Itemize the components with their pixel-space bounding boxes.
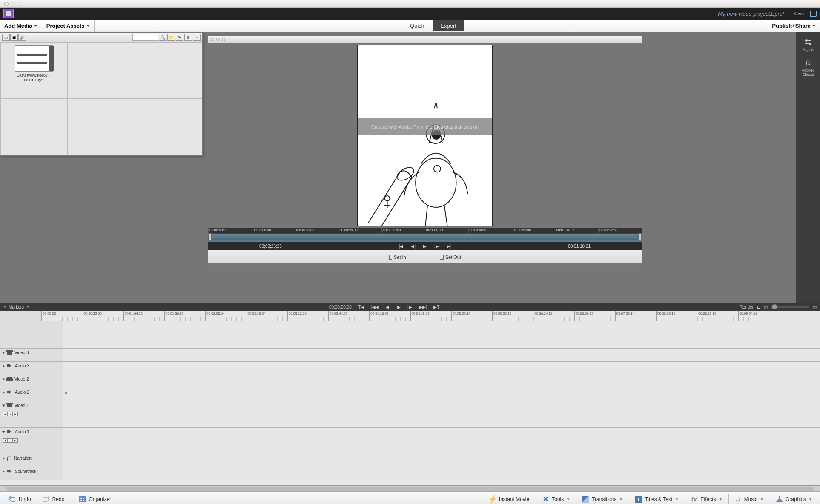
publish-share-dropdown[interactable]: Publish+Share xyxy=(772,23,816,29)
collapse-icon[interactable] xyxy=(2,431,6,433)
step-back-button[interactable]: ◀| xyxy=(386,305,390,309)
track-audio1[interactable]: Audio 1 ◂•▸ xyxy=(0,427,820,454)
set-in-button[interactable]: Set In xyxy=(389,255,406,260)
instant-movie-button[interactable]: ⚡ Instant Movie xyxy=(486,494,532,504)
applied-effects-tool[interactable]: fx Applied Effects xyxy=(802,59,814,77)
expand-icon[interactable] xyxy=(3,391,5,394)
music-dropdown[interactable]: ♫ Music ▾ xyxy=(728,494,766,504)
undo-button[interactable]: Undo xyxy=(6,494,34,504)
tools-dropdown[interactable]: ✖ Tools ▾ xyxy=(536,494,572,504)
save-button[interactable]: Save xyxy=(793,11,804,16)
track-narration[interactable]: Narration xyxy=(0,454,820,467)
video-track-icon xyxy=(7,377,12,381)
max-dot[interactable] xyxy=(18,2,22,6)
track-audio3[interactable]: Audio 3 xyxy=(0,361,820,375)
adjust-tool[interactable]: Adjust xyxy=(803,38,813,52)
add-media-dropdown[interactable]: Add Media xyxy=(0,20,42,32)
filter-audio-icon[interactable]: 🔊 xyxy=(18,34,26,41)
track-subcontrols[interactable]: ◂•▸ xyxy=(3,412,18,416)
collapse-icon[interactable] xyxy=(2,405,6,407)
track-video3[interactable]: Video 3 xyxy=(0,348,820,361)
timeline-ruler[interactable]: 00;00;0000;00;32;0000;01;04;0200;01;36;0… xyxy=(0,311,820,321)
close-dot[interactable] xyxy=(4,2,9,6)
monitor-viewport[interactable]: Created with Adobe Premiere Elements tri… xyxy=(208,43,642,228)
goto-start-button[interactable]: |◀◀ xyxy=(371,305,379,309)
goto-end-button[interactable]: ▶| xyxy=(447,244,451,249)
goto-end-button[interactable]: ▶▶| xyxy=(419,305,427,309)
music-label: Music xyxy=(744,496,757,502)
goto-prev-edit-button[interactable]: T◀ xyxy=(358,305,364,309)
render-button[interactable]: Render xyxy=(740,305,754,309)
titles-dropdown[interactable]: T Titles & Text ▾ xyxy=(629,494,680,504)
step-fwd-button[interactable]: |▶ xyxy=(407,305,412,309)
project-assets-panel: ▭ ▣ 🔊 🔍 📁 ✎ 🗑 ≡ EKIM [www.keepvi... 00;0… xyxy=(0,32,203,156)
ruler-tick: 00;02;08;04 xyxy=(205,311,246,321)
play-button[interactable]: ▶ xyxy=(397,305,401,309)
play-button[interactable]: ▶ xyxy=(423,244,427,249)
timeline-timecode[interactable]: 00;00;00;00 xyxy=(329,305,352,309)
mini-ruler-tick: 00:00:48:00 xyxy=(468,228,512,233)
set-out-button[interactable]: Set Out xyxy=(440,255,461,260)
close-clip-icon[interactable]: × xyxy=(64,391,68,395)
effects-dropdown[interactable]: fx Effects ▾ xyxy=(685,494,724,504)
project-assets-dropdown[interactable]: Project Assets xyxy=(42,20,95,32)
search-icon[interactable]: 🔍 xyxy=(159,34,166,41)
goto-start-button[interactable]: |◀ xyxy=(399,244,404,249)
source-current-timecode: 00;00;25;25 xyxy=(259,244,282,249)
mini-playhead[interactable] xyxy=(349,228,349,242)
delete-icon[interactable]: 🗑 xyxy=(184,34,192,41)
expand-icon[interactable] xyxy=(3,457,5,460)
min-dot[interactable] xyxy=(11,2,15,6)
assets-search-input[interactable] xyxy=(132,34,158,41)
filter-image-icon[interactable]: ▣ xyxy=(10,34,18,41)
source-mini-timeline[interactable]: 00:00:00:0000:00:08:0000:00:16:0000:00:2… xyxy=(208,228,642,242)
list-view-icon[interactable]: ≡ xyxy=(193,34,201,41)
asset-empty xyxy=(68,42,135,99)
track-subcontrols[interactable]: ◂•▸ xyxy=(3,438,18,443)
snap-toggle[interactable]: ⊏ xyxy=(757,305,760,309)
zoom-fit-button[interactable]: ▭ xyxy=(764,305,768,309)
new-folder-icon[interactable]: 📁 xyxy=(167,34,175,41)
organizer-button[interactable]: Organizer xyxy=(73,494,114,504)
filter-video-icon[interactable]: ▭ xyxy=(2,34,10,41)
set-out-label: Set Out xyxy=(445,255,461,260)
transitions-dropdown[interactable]: Transitions ▾ xyxy=(576,494,625,504)
redo-button[interactable]: Redo xyxy=(40,494,67,504)
track-video2[interactable]: Video 2 xyxy=(0,375,820,388)
zoom-slider[interactable] xyxy=(771,306,809,308)
mini-handle-right[interactable] xyxy=(638,233,642,240)
monitor-close-dot[interactable] xyxy=(211,38,214,41)
timeline-horizontal-scrollbar[interactable] xyxy=(0,485,820,491)
expand-icon[interactable] xyxy=(3,378,5,381)
source-monitor: Created with Adobe Premiere Elements tri… xyxy=(208,36,642,274)
track-audio2[interactable]: Audio 2 × xyxy=(0,388,820,401)
project-assets-label: Project Assets xyxy=(46,23,85,29)
step-fwd-button[interactable]: |▶ xyxy=(434,244,439,249)
music-icon: ♫ xyxy=(734,495,742,503)
step-back-button[interactable]: ◀| xyxy=(411,244,416,249)
caret-down-icon[interactable] xyxy=(3,306,6,308)
track-soundtrack[interactable]: Soundtrack xyxy=(0,467,820,480)
markers-dropdown[interactable]: Markers xyxy=(9,305,24,309)
monitor-min-dot[interactable] xyxy=(216,38,220,41)
fullscreen-icon[interactable] xyxy=(810,11,817,17)
graphics-dropdown[interactable]: Graphics ▾ xyxy=(770,494,814,504)
mini-work-area[interactable] xyxy=(210,233,640,240)
redo-icon xyxy=(43,497,49,502)
tab-quick[interactable]: Quick xyxy=(402,20,432,32)
fx-icon: fx xyxy=(803,59,813,67)
monitor-max-dot[interactable] xyxy=(222,38,225,41)
mini-handle-left[interactable] xyxy=(208,233,212,240)
goto-next-edit-button[interactable]: ▶T xyxy=(433,305,439,309)
expand-icon[interactable] xyxy=(3,364,5,368)
expand-icon[interactable] xyxy=(3,351,5,355)
track-video1[interactable]: Video 1 ◂•▸ xyxy=(0,401,820,427)
bottom-action-bar: Undo Redo Organizer ⚡ Instant Movie ✖ To… xyxy=(0,491,820,504)
zoom-in-button[interactable]: ▭ xyxy=(813,305,817,309)
ruler-tick: 00;03;44;06 xyxy=(328,311,369,321)
asset-clip-1[interactable]: EKIM [www.keepvi... 00;01;18;21 xyxy=(0,42,68,99)
new-item-icon[interactable]: ✎ xyxy=(176,34,183,41)
expand-icon[interactable] xyxy=(3,470,5,473)
tab-expert[interactable]: Expert xyxy=(433,20,464,32)
app-logo[interactable] xyxy=(3,9,14,18)
